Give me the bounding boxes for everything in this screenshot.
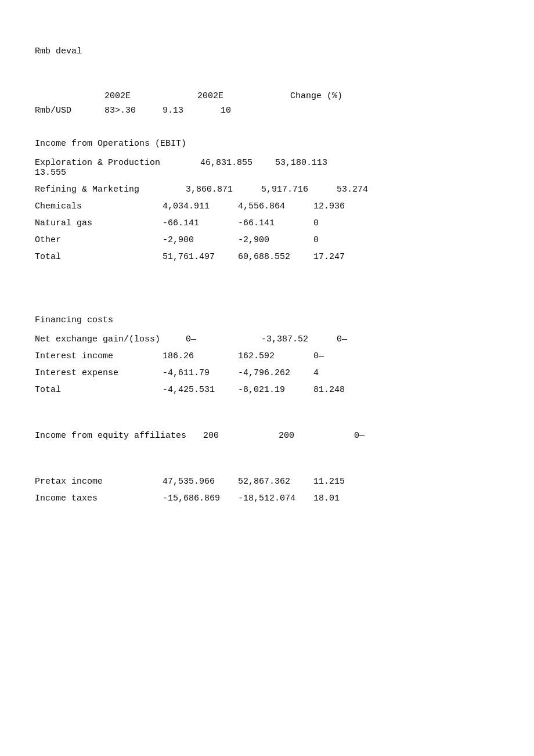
- financing-row-total-val1: -4,425.531: [163, 385, 238, 395]
- header-col2: 2002E: [197, 91, 290, 101]
- ebit-row-0-label: Exploration & Production: [35, 158, 160, 168]
- ebit-row-3-val2: -66.141: [238, 218, 313, 228]
- equity-val2: 200: [279, 431, 354, 441]
- ebit-row-0-change: 13.555: [35, 168, 66, 178]
- ebit-row-total-val2: 60,688.552: [238, 252, 313, 262]
- header-col3: Change (%): [290, 91, 383, 101]
- taxes-val1: -15,686.869: [163, 494, 238, 503]
- financing-row-1: Interest income 186.26 162.592 0—: [35, 351, 499, 361]
- financing-row-2-val1: -4,611.79: [163, 368, 238, 378]
- pretax-val1: 47,535.966: [163, 477, 238, 487]
- ebit-row-total-label: Total: [35, 252, 163, 262]
- ebit-section-title: Income from Operations (EBIT): [35, 139, 499, 149]
- financing-row-0-val2: -3,387.52: [261, 334, 337, 344]
- equity-label: Income from equity affiliates: [35, 431, 203, 441]
- header-row: 2002E 2002E Change (%): [35, 91, 499, 101]
- ebit-row-4-change: 0: [313, 235, 366, 245]
- ebit-row-1-label: Refining & Marketing: [35, 185, 186, 195]
- ebit-row-3-label: Natural gas: [35, 218, 163, 228]
- taxes-val2: -18,512.074: [238, 494, 313, 503]
- financing-section-title: Financing costs: [35, 315, 499, 325]
- ebit-row-total-change: 17.247: [313, 252, 366, 262]
- ebit-row-2: Chemicals 4,034.911 4,556.864 12.936: [35, 201, 499, 211]
- subheader-val1: 83>.30: [104, 106, 163, 116]
- equity-change: 0—: [354, 431, 406, 441]
- subheader-val3: 10: [221, 106, 279, 116]
- ebit-row-0: Exploration & Production 46,831.855 53,1…: [35, 158, 499, 178]
- ebit-row-0-val2: 53,180.113: [275, 158, 327, 168]
- pretax-change: 11.215: [313, 477, 366, 487]
- financing-row-0-val1: 0—: [186, 334, 261, 344]
- subheader-label: Rmb/USD: [35, 106, 104, 116]
- financing-row-0: Net exchange gain/(loss) 0— -3,387.52 0—: [35, 334, 499, 344]
- ebit-row-3: Natural gas -66.141 -66.141 0: [35, 218, 499, 228]
- financing-row-2: Interest expense -4,611.79 -4,796.262 4: [35, 368, 499, 378]
- ebit-row-2-label: Chemicals: [35, 201, 163, 211]
- ebit-row-4-val1: -2,900: [163, 235, 238, 245]
- ebit-row-4: Other -2,900 -2,900 0: [35, 235, 499, 245]
- financing-row-1-label: Interest income: [35, 351, 163, 361]
- financing-row-2-label: Interest expense: [35, 368, 163, 378]
- pretax-row: Pretax income 47,535.966 52,867.362 11.2…: [35, 477, 499, 487]
- ebit-row-1-val1: 3,860.871: [186, 185, 261, 195]
- financing-row-1-val2: 162.592: [238, 351, 313, 361]
- financing-row-1-val1: 186.26: [163, 351, 238, 361]
- ebit-row-total-val1: 51,761.497: [163, 252, 238, 262]
- ebit-row-2-val2: 4,556.864: [238, 201, 313, 211]
- financing-row-1-change: 0—: [313, 351, 366, 361]
- financing-row-2-val2: -4,796.262: [238, 368, 313, 378]
- ebit-row-0-val1: 46,831.855: [200, 158, 252, 168]
- pretax-label: Pretax income: [35, 477, 163, 487]
- ebit-row-4-label: Other: [35, 235, 163, 245]
- header-col1: 2002E: [104, 91, 197, 101]
- equity-val1: 200: [203, 431, 279, 441]
- ebit-row-3-val1: -66.141: [163, 218, 238, 228]
- ebit-row-total: Total 51,761.497 60,688.552 17.247: [35, 252, 499, 262]
- financing-row-total-label: Total: [35, 385, 163, 395]
- ebit-row-1: Refining & Marketing 3,860.871 5,917.716…: [35, 185, 499, 195]
- ebit-row-4-val2: -2,900: [238, 235, 313, 245]
- financing-row-total-change: 81.248: [313, 385, 366, 395]
- ebit-row-2-change: 12.936: [313, 201, 366, 211]
- ebit-row-1-change: 53.274: [337, 185, 389, 195]
- financing-row-total-val2: -8,021.19: [238, 385, 313, 395]
- financing-row-2-change: 4: [313, 368, 366, 378]
- ebit-row-2-val1: 4,034.911: [163, 201, 238, 211]
- equity-row: Income from equity affiliates 200 200 0—: [35, 431, 499, 441]
- pretax-val2: 52,867.362: [238, 477, 313, 487]
- page-title: Rmb deval: [35, 46, 499, 56]
- taxes-row: Income taxes -15,686.869 -18,512.074 18.…: [35, 494, 499, 503]
- taxes-label: Income taxes: [35, 494, 163, 503]
- ebit-row-1-val2: 5,917.716: [261, 185, 337, 195]
- subheader-val2: 9.13: [163, 106, 221, 116]
- taxes-change: 18.01: [313, 494, 366, 503]
- subheader-row: Rmb/USD 83>.30 9.13 10: [35, 106, 499, 116]
- financing-row-0-change: 0—: [337, 334, 389, 344]
- financing-row-0-label: Net exchange gain/(loss): [35, 334, 186, 344]
- financing-row-total: Total -4,425.531 -8,021.19 81.248: [35, 385, 499, 395]
- ebit-row-3-change: 0: [313, 218, 366, 228]
